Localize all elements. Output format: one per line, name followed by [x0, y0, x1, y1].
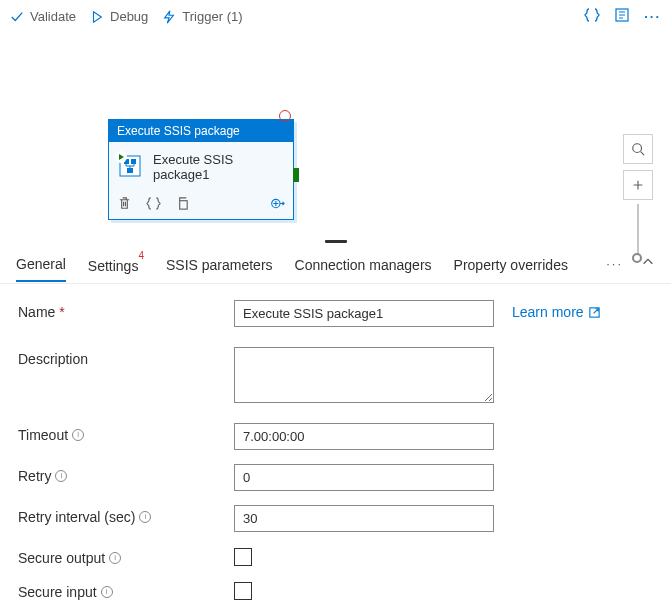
external-link-icon [588, 306, 601, 319]
timeout-input[interactable] [234, 423, 494, 450]
code-icon[interactable] [146, 196, 161, 211]
name-label: Name * [18, 300, 234, 320]
secure-output-label: Secure output i [18, 546, 234, 566]
tab-general[interactable]: General [16, 246, 66, 282]
properties-button[interactable] [614, 7, 630, 26]
info-icon[interactable]: i [55, 470, 67, 482]
copy-icon[interactable] [175, 196, 190, 211]
plus-icon [631, 178, 645, 192]
tab-connection-managers[interactable]: Connection managers [295, 247, 432, 281]
secure-input-label: Secure input i [18, 580, 234, 600]
more-button[interactable]: ··· [644, 9, 661, 24]
debug-label: Debug [110, 9, 148, 24]
code-view-button[interactable] [584, 7, 600, 26]
tab-settings[interactable]: Settings4 [88, 246, 144, 282]
search-icon [631, 142, 645, 156]
check-icon [10, 10, 24, 24]
activity-icon [117, 153, 143, 182]
info-icon[interactable]: i [109, 552, 121, 564]
debug-button[interactable]: Debug [90, 9, 148, 24]
lightning-icon [162, 10, 176, 24]
timeout-label: Timeout i [18, 423, 234, 443]
play-badge-icon [115, 151, 127, 163]
info-icon[interactable]: i [139, 511, 151, 523]
retry-interval-label: Retry interval (sec) i [18, 505, 234, 525]
play-outline-icon [90, 10, 104, 24]
description-input[interactable] [234, 347, 494, 403]
retry-label: Retry i [18, 464, 234, 484]
trigger-button[interactable]: Trigger (1) [162, 9, 242, 24]
activity-name-label: Execute SSIS package1 [153, 152, 285, 182]
braces-icon [584, 7, 600, 23]
general-form: Name * Learn more Description Timeout i … [0, 284, 671, 613]
svg-rect-6 [180, 201, 188, 209]
tabs-more-button[interactable]: ··· [606, 256, 623, 271]
learn-more-link[interactable]: Learn more [512, 300, 601, 320]
name-input[interactable] [234, 300, 494, 327]
retry-interval-input[interactable] [234, 505, 494, 532]
svg-point-8 [633, 144, 642, 153]
search-canvas-button[interactable] [623, 134, 653, 164]
activity-node[interactable]: Execute SSIS package Execute SSIS packag… [108, 119, 294, 220]
validate-button[interactable]: Validate [10, 9, 76, 24]
description-label: Description [18, 347, 234, 367]
svg-rect-4 [131, 159, 136, 164]
validate-label: Validate [30, 9, 76, 24]
add-output-icon[interactable] [270, 196, 285, 211]
zoom-slider[interactable] [637, 204, 639, 258]
trigger-label: Trigger (1) [182, 9, 242, 24]
info-icon[interactable]: i [72, 429, 84, 441]
delete-icon[interactable] [117, 196, 132, 211]
properties-icon [614, 7, 630, 23]
activity-type-label: Execute SSIS package [109, 120, 293, 142]
status-indicator-icon [279, 110, 291, 122]
secure-output-checkbox[interactable] [234, 548, 252, 566]
info-icon[interactable]: i [101, 586, 113, 598]
retry-input[interactable] [234, 464, 494, 491]
zoom-in-button[interactable] [623, 170, 653, 200]
tab-settings-badge: 4 [138, 250, 144, 261]
pipeline-canvas[interactable]: Execute SSIS package Execute SSIS packag… [0, 34, 671, 238]
tab-ssis-parameters[interactable]: SSIS parameters [166, 247, 273, 281]
zoom-slider-handle[interactable] [632, 253, 642, 263]
top-toolbar: Validate Debug Trigger (1) ··· [0, 0, 671, 34]
secure-input-checkbox[interactable] [234, 582, 252, 600]
properties-tabs: General Settings4 SSIS parameters Connec… [0, 244, 671, 284]
svg-rect-5 [127, 168, 133, 173]
tab-property-overrides[interactable]: Property overrides [454, 247, 568, 281]
